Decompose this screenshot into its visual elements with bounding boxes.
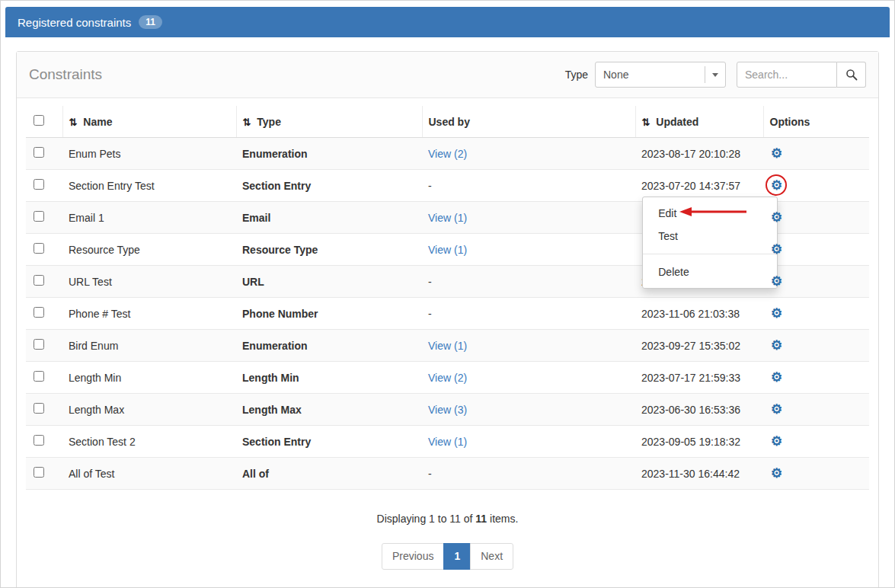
type-filter-label: Type — [565, 69, 588, 81]
select-all-checkbox[interactable] — [34, 115, 44, 126]
select-caret-zone — [705, 66, 725, 83]
menu-item-edit[interactable]: Edit — [643, 202, 777, 225]
column-header-type-label: Type — [257, 116, 281, 128]
row-type: Length Min — [236, 362, 422, 394]
used-by-link[interactable]: View (1) — [428, 244, 467, 256]
gear-icon: ⚙ — [771, 466, 782, 481]
used-by-link[interactable]: View (1) — [428, 212, 467, 224]
sort-icon: ⇅ — [243, 117, 251, 128]
search-group — [737, 62, 866, 88]
used-by-link[interactable]: View (1) — [428, 340, 467, 352]
row-checkbox[interactable] — [34, 371, 44, 382]
row-name: Section Entry Test — [62, 170, 236, 202]
caret-down-icon — [712, 73, 718, 77]
row-type: URL — [236, 266, 422, 298]
row-name: Length Min — [62, 362, 236, 394]
menu-separator — [643, 254, 777, 254]
row-type: All of — [236, 458, 422, 490]
constraints-panel: Constraints Type None — [16, 51, 879, 588]
row-name: Length Max — [62, 394, 236, 426]
row-name: Bird Enum — [62, 330, 236, 362]
sort-icon: ⇅ — [69, 117, 78, 128]
row-checkbox[interactable] — [34, 467, 44, 478]
row-type: Phone Number — [236, 298, 422, 330]
table-wrap: ⇅ Name ⇅ Type Used by ⇅ Updated — [17, 98, 878, 490]
used-by-none: - — [428, 308, 432, 320]
row-checkbox[interactable] — [34, 211, 44, 222]
used-by-link[interactable]: View (2) — [428, 372, 467, 384]
options-gear-button[interactable]: ⚙ — [769, 339, 784, 352]
row-checkbox[interactable] — [34, 435, 44, 446]
used-by-none: - — [428, 276, 432, 288]
column-header-used-by-label: Used by — [429, 116, 470, 128]
gear-icon: ⚙ — [771, 306, 782, 321]
table-row: Phone # Test Phone Number - 2023-11-06 2… — [26, 298, 869, 330]
pagination-page-1[interactable]: 1 — [443, 543, 471, 570]
constraints-table: ⇅ Name ⇅ Type Used by ⇅ Updated — [26, 106, 869, 490]
row-type: Section Entry — [236, 170, 422, 202]
row-name: Enum Pets — [62, 138, 236, 170]
row-checkbox[interactable] — [34, 243, 44, 254]
gear-icon: ⚙ — [771, 370, 782, 385]
table-header-row: ⇅ Name ⇅ Type Used by ⇅ Updated — [26, 106, 869, 138]
used-by-link[interactable]: View (1) — [428, 436, 467, 448]
column-header-type[interactable]: ⇅ Type — [236, 106, 422, 138]
used-by-none: - — [428, 468, 432, 480]
column-header-name-label: Name — [83, 116, 112, 128]
gear-icon: ⚙ — [771, 210, 782, 225]
gear-icon: ⚙ — [771, 402, 782, 417]
row-checkbox[interactable] — [34, 179, 44, 190]
options-gear-button-open[interactable]: ⚙ — [769, 179, 784, 192]
used-by-link[interactable]: View (3) — [428, 404, 467, 416]
toolbar: Constraints Type None — [17, 52, 878, 98]
gear-icon: ⚙ — [771, 242, 782, 257]
row-name: Resource Type — [62, 234, 236, 266]
options-gear-button[interactable]: ⚙ — [769, 307, 784, 320]
options-gear-button[interactable]: ⚙ — [769, 403, 784, 416]
row-updated: 2023-06-30 16:53:36 — [635, 394, 763, 426]
search-button[interactable] — [837, 62, 866, 88]
summary-prefix: Displaying 1 to 11 of — [377, 513, 476, 525]
used-by-link[interactable]: View (2) — [428, 148, 467, 160]
options-gear-button[interactable]: ⚙ — [769, 467, 784, 480]
row-name: All of Test — [62, 458, 236, 490]
row-type: Resource Type — [236, 234, 422, 266]
row-type: Section Entry — [236, 426, 422, 458]
search-icon — [845, 69, 858, 81]
options-gear-button[interactable]: ⚙ — [769, 275, 784, 288]
page-title: Registered constraints — [18, 16, 131, 29]
row-name: Phone # Test — [62, 298, 236, 330]
pagination-previous[interactable]: Previous — [382, 543, 444, 570]
row-name: Section Test 2 — [62, 426, 236, 458]
panel-title: Constraints — [29, 66, 565, 83]
row-type: Enumeration — [236, 138, 422, 170]
summary-count: 11 — [475, 513, 487, 525]
gear-icon: ⚙ — [771, 146, 782, 161]
pagination-next[interactable]: Next — [470, 543, 513, 570]
row-checkbox[interactable] — [34, 307, 44, 318]
summary-suffix: items. — [487, 513, 518, 525]
column-header-updated-label: Updated — [656, 116, 698, 128]
options-gear-button[interactable]: ⚙ — [769, 243, 784, 256]
column-header-used-by: Used by — [422, 106, 635, 138]
row-type: Length Max — [236, 394, 422, 426]
column-header-updated[interactable]: ⇅ Updated — [635, 106, 763, 138]
menu-item-test[interactable]: Test — [643, 225, 777, 248]
options-gear-button[interactable]: ⚙ — [769, 435, 784, 448]
row-updated: 2023-11-30 16:44:42 — [635, 458, 763, 490]
page: Registered constraints 11 Constraints Ty… — [0, 0, 895, 588]
row-checkbox[interactable] — [34, 275, 44, 286]
row-checkbox[interactable] — [34, 339, 44, 350]
row-checkbox[interactable] — [34, 403, 44, 414]
column-header-name[interactable]: ⇅ Name — [62, 106, 236, 138]
table-row: Section Entry Test Section Entry - 2023-… — [26, 170, 869, 202]
row-checkbox[interactable] — [34, 147, 44, 158]
options-gear-button[interactable]: ⚙ — [769, 147, 784, 160]
search-input[interactable] — [737, 62, 837, 88]
table-row: Length Min Length Min View (2) 2023-07-1… — [26, 362, 869, 394]
options-gear-button[interactable]: ⚙ — [769, 371, 784, 384]
options-gear-button[interactable]: ⚙ — [769, 211, 784, 224]
pagination: Previous 1 Next — [17, 543, 878, 588]
menu-item-delete[interactable]: Delete — [643, 260, 777, 283]
type-select[interactable]: None — [595, 62, 726, 88]
